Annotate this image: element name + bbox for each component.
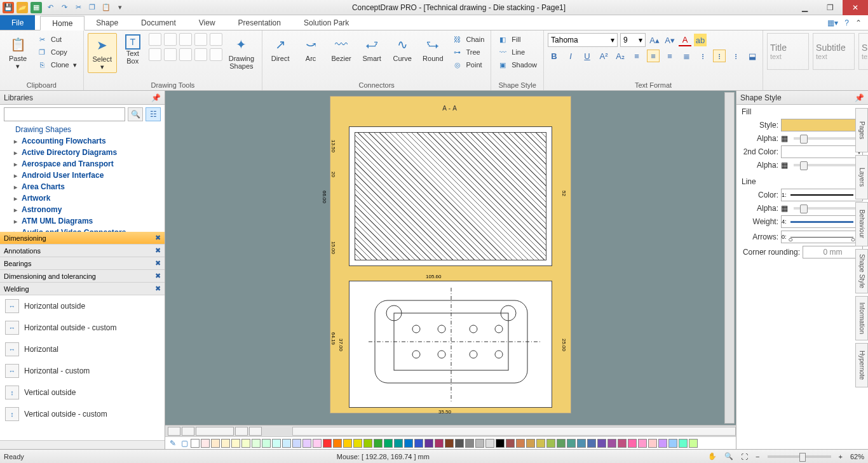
close-icon[interactable]: ✖ [155,246,161,255]
color-swatch[interactable] [404,439,413,448]
color-swatch[interactable] [302,439,311,448]
color-swatch[interactable] [292,439,301,448]
close-icon[interactable]: ✖ [155,285,161,293]
page-nav-dropdown[interactable] [196,427,234,436]
shape-item[interactable]: ↔Horizontal outside - custom [0,317,165,339]
color-swatch[interactable] [343,439,352,448]
font-color-button[interactable]: A [679,34,691,46]
minimize-button[interactable] [792,0,817,15]
lib-row[interactable]: Dimensioning and tolerancing✖ [0,270,165,283]
superscript-button[interactable]: A² [597,50,610,62]
color-swatch[interactable] [414,439,423,448]
side-tab-pages[interactable]: Pages [855,108,868,152]
connector-bezier[interactable]: 〰Bezier [327,33,355,64]
shape-cell[interactable] [164,33,177,46]
text-orient-button[interactable]: ⬓ [746,50,759,62]
help-icon[interactable]: ? [844,18,849,27]
align-just-button[interactable]: ≣ [680,50,693,62]
bold-button[interactable]: B [548,50,560,62]
tab-presentation[interactable]: Presentation [227,15,292,30]
text-box-button[interactable]: T Text Box [119,33,146,66]
close-icon[interactable]: ✖ [155,234,161,242]
redo-icon[interactable]: ↷ [58,2,70,13]
font-select[interactable]: Tahoma▾ [548,33,618,47]
settings-icon[interactable]: ▦▾ [827,18,838,27]
align-center-button[interactable]: ≡ [647,50,660,62]
color-swatch[interactable] [384,439,393,448]
color-swatch[interactable] [241,439,250,448]
page-nav-prev[interactable] [182,427,194,436]
shape-cell[interactable] [149,33,161,46]
alpha2-slider[interactable] [794,164,863,166]
connector-point[interactable]: ◎Point [450,58,487,71]
tab-view[interactable]: View [187,15,227,30]
open-icon[interactable]: 📂 [17,2,28,13]
vscrollbar[interactable] [724,92,735,424]
second-color-dropdown[interactable]: ▾ [781,145,863,158]
highlight-button[interactable]: ab [694,34,707,46]
page-nav-first[interactable] [168,427,180,436]
color-swatch[interactable] [221,439,230,448]
select-tool-button[interactable]: ➤ Select ▾ [88,33,117,73]
color-swatch[interactable] [252,439,261,448]
color-swatch[interactable] [272,439,281,448]
new-icon[interactable]: ▦ [31,2,42,13]
color-swatch[interactable] [668,439,677,448]
search-button[interactable]: 🔍 [128,107,143,121]
preset-subtitle[interactable]: Subtitletext [813,33,855,70]
color-swatch[interactable] [689,439,698,448]
paste-button[interactable]: 📋 Paste ▾ [4,33,32,72]
connector-chain[interactable]: ⛓Chain [450,33,487,46]
lib-row[interactable]: Bearings✖ [0,257,165,270]
fit-page-icon[interactable]: ⛶ [741,453,748,460]
corner-rounding-input[interactable]: 0 mm [803,246,863,258]
color-swatch[interactable] [506,439,515,448]
tree-item[interactable]: Android User Interface [4,170,161,181]
shape-item[interactable]: ↕Vertical outside [0,382,165,403]
tab-solution-park[interactable]: Solution Park [292,15,360,30]
color-swatch[interactable] [638,439,647,448]
color-swatch[interactable] [516,439,525,448]
tree-item[interactable]: Accounting Flowcharts [4,135,161,147]
zoom-in-button[interactable]: + [839,453,843,460]
shape-cell[interactable] [210,33,222,46]
close-button[interactable] [843,0,868,15]
zoom-slider[interactable] [768,455,831,458]
hscrollbar[interactable] [292,427,736,436]
lib-row[interactable]: Welding✖ [0,283,165,295]
left-hscroll[interactable] [0,440,165,449]
size-select[interactable]: 9▾ [620,33,646,47]
color-swatch[interactable] [607,439,616,448]
drawing-shape-grid[interactable] [149,33,222,61]
shape-cell[interactable] [210,48,222,61]
shape-list[interactable]: ↔Horizontal outside ↔Horizontal outside … [0,295,165,440]
color-swatch[interactable] [282,439,291,448]
connector-round[interactable]: ⮑Round [419,33,447,64]
color-swatch[interactable] [455,439,464,448]
color-swatch[interactable] [679,439,688,448]
alpha-slider[interactable] [794,137,863,140]
valign-middle-button[interactable]: ⫶ [713,50,726,62]
zoom-area-icon[interactable]: 🔍 [724,452,733,460]
shape-item[interactable]: ↔Horizontal [0,339,165,360]
shape-item[interactable]: ↔Horizontal outside [0,295,165,317]
connector-smart[interactable]: ⮐Smart [358,33,386,64]
color-swatch[interactable] [648,439,657,448]
library-tree[interactable]: Drawing Shapes Accounting Flowcharts Act… [0,124,165,232]
subscript-button[interactable]: A₂ [614,50,627,62]
color-swatch[interactable] [628,439,637,448]
line-button[interactable]: 〰Line [495,46,539,58]
valign-top-button[interactable]: ⫶ [696,50,709,62]
color-swatch[interactable] [445,439,454,448]
expand-icon[interactable]: ⌃ [855,18,862,27]
close-icon[interactable]: ✖ [155,259,161,267]
tree-item[interactable]: Astronomy [4,204,161,215]
library-search-input[interactable] [4,107,125,121]
cut-icon[interactable]: ✂ [72,2,84,13]
color-swatch[interactable] [557,439,566,448]
color-swatch[interactable] [496,439,505,448]
grow-font-button[interactable]: A▴ [648,34,661,46]
fill-button[interactable]: ◧Fill [495,33,539,46]
side-tab-information[interactable]: Information [855,296,868,340]
copy-button[interactable]: ❐Copy [34,46,79,58]
